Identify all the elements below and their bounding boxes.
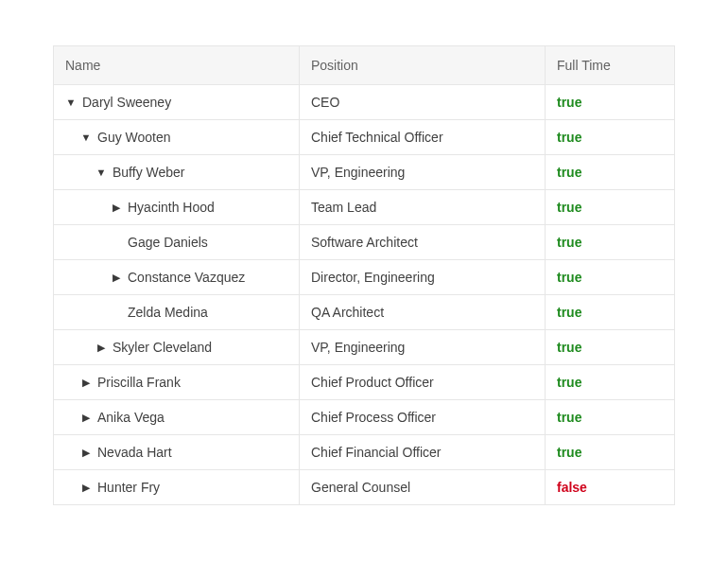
table-row[interactable]: ▶Nevada HartChief Financial Officertrue — [54, 435, 674, 470]
row-name: Daryl Sweeney — [82, 95, 171, 110]
row-name: Nevada Hart — [97, 445, 172, 460]
tree-list: Name Position Full Time ▼Daryl SweeneyCE… — [53, 45, 675, 505]
fulltime-cell: true — [546, 400, 674, 434]
column-header-row: Name Position Full Time — [54, 46, 674, 85]
row-name: Hyacinth Hood — [128, 200, 215, 215]
row-name: Buffy Weber — [113, 165, 185, 180]
name-cell: ▶Priscilla Frank — [54, 365, 300, 399]
position-cell: CEO — [300, 85, 546, 119]
row-name: Anika Vega — [97, 410, 165, 425]
table-row[interactable]: ▶Zelda MedinaQA Architecttrue — [54, 295, 674, 330]
caret-right-icon[interactable]: ▶ — [111, 272, 122, 283]
caret-right-icon[interactable]: ▶ — [80, 482, 92, 493]
row-name: Zelda Medina — [128, 305, 208, 320]
name-cell: ▶Hyacinth Hood — [54, 190, 300, 224]
row-name: Constance Vazquez — [128, 270, 245, 285]
name-cell: ▶Constance Vazquez — [54, 260, 300, 294]
fulltime-cell: true — [546, 330, 674, 364]
name-cell: ▼Buffy Weber — [54, 155, 300, 189]
table-row[interactable]: ▶Hunter FryGeneral Counselfalse — [54, 470, 674, 505]
table-row[interactable]: ▶Anika VegaChief Process Officertrue — [54, 400, 674, 435]
position-cell: Chief Financial Officer — [300, 435, 546, 469]
caret-right-icon[interactable]: ▶ — [80, 412, 92, 423]
caret-right-icon[interactable]: ▶ — [80, 377, 92, 388]
table-row[interactable]: ▼Buffy WeberVP, Engineeringtrue — [54, 155, 674, 190]
row-name: Guy Wooten — [97, 130, 171, 145]
table-row[interactable]: ▼Guy WootenChief Technical Officertrue — [54, 120, 674, 155]
column-header-name[interactable]: Name — [54, 46, 300, 84]
caret-right-icon[interactable]: ▶ — [95, 342, 107, 353]
table-row[interactable]: ▶Skyler ClevelandVP, Engineeringtrue — [54, 330, 674, 365]
name-cell: ▼Guy Wooten — [54, 120, 300, 154]
column-header-fulltime[interactable]: Full Time — [546, 46, 674, 84]
name-cell: ▶Anika Vega — [54, 400, 300, 434]
position-cell: Team Lead — [300, 190, 546, 224]
position-cell: Chief Product Officer — [300, 365, 546, 399]
position-cell: Director, Engineering — [300, 260, 546, 294]
fulltime-cell: true — [546, 120, 674, 154]
table-row[interactable]: ▼Daryl SweeneyCEOtrue — [54, 85, 674, 120]
name-cell: ▼Daryl Sweeney — [54, 85, 300, 119]
caret-right-icon[interactable]: ▶ — [111, 202, 122, 213]
caret-down-icon[interactable]: ▼ — [80, 132, 92, 143]
position-cell: QA Architect — [300, 295, 546, 329]
name-cell: ▶Hunter Fry — [54, 470, 300, 504]
fulltime-cell: true — [546, 295, 674, 329]
table-row[interactable]: ▶Hyacinth HoodTeam Leadtrue — [54, 190, 674, 225]
caret-down-icon[interactable]: ▼ — [65, 97, 77, 108]
position-cell: Software Architect — [300, 225, 546, 259]
name-cell: ▶Gage Daniels — [54, 225, 300, 259]
row-name: Skyler Cleveland — [113, 340, 212, 355]
fulltime-cell: false — [546, 470, 674, 504]
fulltime-cell: true — [546, 155, 674, 189]
fulltime-cell: true — [546, 190, 674, 224]
name-cell: ▶Skyler Cleveland — [54, 330, 300, 364]
table-row[interactable]: ▶Constance VazquezDirector, Engineeringt… — [54, 260, 674, 295]
position-cell: VP, Engineering — [300, 155, 546, 189]
position-cell: Chief Technical Officer — [300, 120, 546, 154]
caret-down-icon[interactable]: ▼ — [95, 167, 107, 178]
position-cell: VP, Engineering — [300, 330, 546, 364]
fulltime-cell: true — [546, 435, 674, 469]
fulltime-cell: true — [546, 85, 674, 119]
caret-right-icon[interactable]: ▶ — [80, 447, 92, 458]
row-name: Hunter Fry — [97, 480, 160, 495]
row-name: Priscilla Frank — [97, 375, 181, 390]
name-cell: ▶Nevada Hart — [54, 435, 300, 469]
column-header-position[interactable]: Position — [300, 46, 546, 84]
fulltime-cell: true — [546, 225, 674, 259]
position-cell: Chief Process Officer — [300, 400, 546, 434]
name-cell: ▶Zelda Medina — [54, 295, 300, 329]
table-row[interactable]: ▶Priscilla FrankChief Product Officertru… — [54, 365, 674, 400]
fulltime-cell: true — [546, 365, 674, 399]
position-cell: General Counsel — [300, 470, 546, 504]
row-name: Gage Daniels — [128, 235, 208, 250]
fulltime-cell: true — [546, 260, 674, 294]
table-row[interactable]: ▶Gage DanielsSoftware Architecttrue — [54, 225, 674, 260]
